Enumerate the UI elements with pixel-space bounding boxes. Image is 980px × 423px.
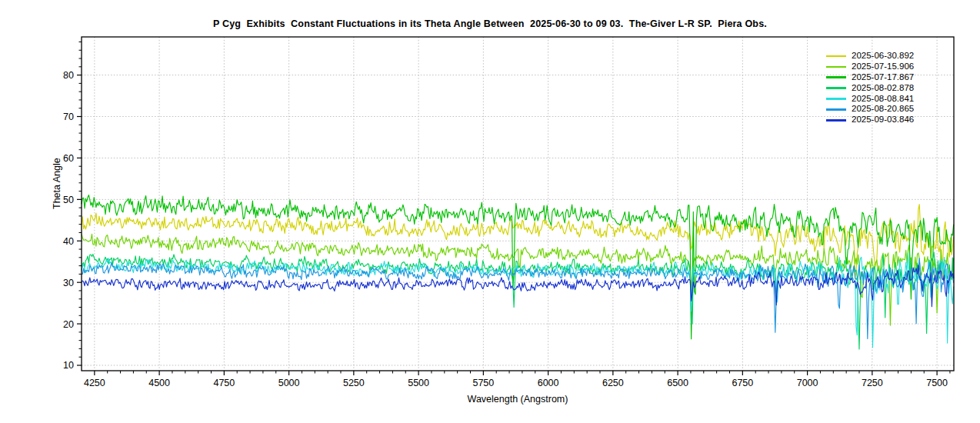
legend-line-swatch bbox=[826, 98, 846, 100]
legend-label: 2025-08-02.878 bbox=[852, 83, 914, 94]
y-axis-tick-label: 30 bbox=[63, 278, 74, 288]
y-axis-tick-label: 50 bbox=[63, 195, 74, 205]
legend-item: 2025-08-20.865 bbox=[826, 104, 914, 115]
x-axis-tick-label: 5750 bbox=[472, 378, 494, 388]
x-axis-tick-label: 7000 bbox=[797, 378, 818, 388]
y-axis-title: Theta Angle bbox=[52, 158, 62, 209]
legend-line-swatch bbox=[826, 76, 846, 78]
legend-line-swatch bbox=[826, 66, 846, 68]
x-axis-tick-label: 7250 bbox=[862, 378, 883, 388]
y-axis-tick-label: 20 bbox=[63, 319, 74, 330]
x-axis-tick-label: 5250 bbox=[343, 378, 365, 388]
legend-item: 2025-06-30.892 bbox=[826, 51, 914, 62]
x-axis-tick-label: 4500 bbox=[148, 378, 170, 388]
x-axis-tick-label: 6000 bbox=[538, 378, 559, 388]
legend-label: 2025-06-30.892 bbox=[852, 51, 914, 62]
x-axis-tick-label: 5500 bbox=[408, 378, 429, 388]
legend-line-swatch bbox=[826, 87, 846, 89]
legend-label: 2025-08-20.865 bbox=[852, 104, 914, 115]
legend-item: 2025-07-15.906 bbox=[826, 62, 914, 72]
legend: 2025-06-30.8922025-07-15.9062025-07-17.8… bbox=[826, 51, 914, 125]
y-axis-tick-label: 60 bbox=[63, 153, 74, 164]
legend-item: 2025-08-08.841 bbox=[826, 94, 914, 105]
axis-frame bbox=[82, 37, 954, 371]
y-axis-tick-label: 70 bbox=[63, 112, 74, 122]
x-axis-tick-label: 5000 bbox=[278, 378, 300, 388]
legend-item: 2025-07-17.867 bbox=[826, 72, 914, 83]
x-axis-tick-label: 4250 bbox=[84, 378, 105, 388]
legend-label: 2025-07-17.867 bbox=[852, 72, 914, 83]
x-axis-tick-label: 6250 bbox=[602, 378, 624, 388]
legend-line-swatch bbox=[826, 108, 846, 111]
x-axis-tick-label: 6500 bbox=[667, 378, 688, 388]
legend-item: 2025-08-02.878 bbox=[826, 83, 914, 94]
chart-figure: P Cyg Exhibits Constant Fluctuations in … bbox=[0, 0, 980, 423]
y-axis-tick-label: 80 bbox=[63, 70, 74, 81]
y-axis-tick-label: 10 bbox=[63, 360, 74, 371]
legend-line-swatch bbox=[826, 55, 846, 58]
x-axis-title: Wavelength (Angstrom) bbox=[82, 394, 954, 405]
legend-label: 2025-09-03.846 bbox=[852, 115, 914, 125]
legend-label: 2025-07-15.906 bbox=[852, 62, 914, 72]
x-axis-tick-label: 7500 bbox=[926, 378, 948, 388]
legend-line-swatch bbox=[826, 119, 846, 122]
y-axis-tick-label: 40 bbox=[63, 236, 74, 247]
legend-item: 2025-09-03.846 bbox=[826, 115, 914, 125]
legend-label: 2025-08-08.841 bbox=[852, 94, 914, 105]
x-axis-tick-label: 6750 bbox=[732, 378, 753, 388]
x-axis-tick-label: 4750 bbox=[213, 378, 235, 388]
